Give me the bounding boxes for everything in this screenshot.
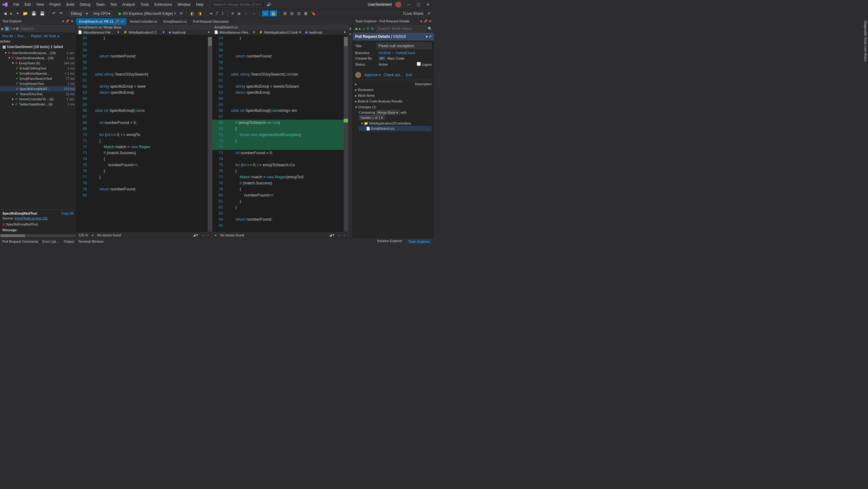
- redo-icon[interactable]: ↷: [58, 10, 64, 16]
- plug-icon[interactable]: ⚲: [367, 27, 369, 31]
- settings-icon[interactable]: ⚙: [16, 27, 19, 31]
- step-icon[interactable]: ⤵: [220, 10, 225, 16]
- test-row[interactable]: ▾⊗UserSentimentAnal... (18)1 sec: [0, 55, 76, 60]
- toolbar-icon[interactable]: ⊞: [282, 10, 288, 16]
- feedback-icon[interactable]: ↗: [426, 10, 432, 16]
- document-tab[interactable]: EmojiSearch.cs: [161, 18, 190, 25]
- close-icon[interactable]: ✕: [429, 19, 432, 23]
- bottom-tab-active[interactable]: Team Explorer: [406, 239, 432, 244]
- right-code-editor[interactable]: 54 }555657 return numberFound;585960 ubl…: [212, 35, 348, 232]
- bottom-tab[interactable]: Output: [64, 240, 74, 243]
- toolbar-icon[interactable]: →: [251, 10, 257, 16]
- step-icon[interactable]: ⇥: [208, 10, 214, 16]
- menu-edit[interactable]: Edit: [22, 1, 33, 8]
- target-branch[interactable]: VS2019: [379, 51, 391, 55]
- checkout-button[interactable]: Check out...: [383, 73, 403, 77]
- config-dropdown[interactable]: Debug▾: [69, 10, 90, 17]
- test-row[interactable]: ✔EmojiExtraSpecial...< 1 ms: [0, 71, 76, 76]
- test-row[interactable]: ✔TearsOfJoyTest10 ms: [0, 91, 76, 96]
- scrollbar[interactable]: [344, 37, 348, 232]
- test-row[interactable]: ✔EmojiFaceSearchTest77 ms: [0, 76, 76, 81]
- toolbar-icon[interactable]: ←: [243, 10, 249, 16]
- undo-icon[interactable]: ↶: [51, 10, 57, 16]
- bottom-tab[interactable]: Pull Request Comments: [2, 240, 38, 243]
- nav-dropdown[interactable]: ◆hasEmoji▾: [167, 30, 212, 35]
- open-icon[interactable]: 📂: [22, 10, 29, 16]
- nav-dropdown[interactable]: 📄Miscellaneous File▾: [76, 30, 121, 35]
- source-link[interactable]: EmojiTests.cs line 101: [15, 217, 48, 220]
- menu-analyze[interactable]: Analyze: [120, 1, 138, 8]
- popout-icon[interactable]: ↗: [429, 34, 432, 39]
- feedback-icon[interactable]: 🔊: [267, 2, 271, 7]
- search-icon[interactable]: 🔍: [428, 27, 432, 31]
- changed-file[interactable]: 📄 EmojiSearch.cs: [359, 126, 432, 131]
- group-icon[interactable]: ⊞: [4, 26, 9, 31]
- run-link[interactable]: Run...: [18, 34, 26, 38]
- test-row[interactable]: ▾⊗UserSentimentAnalysis... (18)1 sec: [0, 50, 76, 55]
- close-button[interactable]: ✕: [424, 2, 432, 7]
- menu-extensions[interactable]: Extensions: [152, 1, 175, 8]
- test-row[interactable]: ✔EmojiHeartsTest1 ms: [0, 81, 76, 86]
- section-workitems[interactable]: Work Items: [355, 93, 432, 98]
- menu-view[interactable]: View: [34, 1, 46, 8]
- save-icon[interactable]: 💾: [30, 10, 37, 16]
- section-changes[interactable]: Changes (1): [355, 104, 432, 110]
- menu-help[interactable]: Help: [194, 1, 206, 8]
- bottom-tab[interactable]: Solution Explorer: [377, 239, 402, 244]
- nav-dropdown[interactable]: ⚡WebApplication2.Contr▾: [257, 30, 303, 35]
- toolbar-icon[interactable]: 🔖: [310, 10, 317, 16]
- collapse-icon[interactable]: ▴: [349, 26, 351, 30]
- menu-team[interactable]: Team: [93, 1, 107, 8]
- vs-search-input[interactable]: [211, 1, 265, 7]
- menu-test[interactable]: Test: [108, 1, 119, 8]
- bottom-tab[interactable]: Terminal Window: [78, 240, 103, 243]
- menu-project[interactable]: Project: [47, 1, 63, 8]
- live-share-button[interactable]: ⤴ Live Share: [401, 10, 425, 16]
- test-row[interactable]: ▾⊗EmojiTests (6)244 ms: [0, 60, 76, 65]
- toolbar-icon[interactable]: ≡: [13, 27, 15, 31]
- document-tab[interactable]: Pull Request Discussion: [190, 18, 232, 25]
- document-tab[interactable]: EmojiSearch.cs: PR 11📌✕: [76, 18, 127, 25]
- maximize-button[interactable]: ▢: [415, 2, 422, 7]
- dropdown-icon[interactable]: ▾: [62, 19, 64, 23]
- toolbar-icon[interactable]: ⁝⁝: [10, 27, 12, 31]
- new-project-icon[interactable]: ✦: [15, 10, 21, 16]
- test-row[interactable]: ✔EmojiClothingTest1 ms: [0, 65, 76, 71]
- nav-fwd-icon[interactable]: ▸: [9, 10, 13, 16]
- test-row[interactable]: ⊗SpecificEmojiNullT...153 ms: [0, 86, 76, 91]
- run-button[interactable]: ▶ IIS Express (Microsoft Edge) ▾: [118, 10, 177, 16]
- platform-dropdown[interactable]: Any CPU▾: [91, 10, 112, 17]
- work-items-search[interactable]: [376, 25, 426, 32]
- toolbar-icon[interactable]: ↔: [262, 10, 269, 16]
- save-all-icon[interactable]: 💾: [39, 10, 46, 16]
- run-all-link[interactable]: Run All: [2, 34, 13, 38]
- toolbar-icon[interactable]: ⊠: [303, 10, 309, 16]
- home-icon[interactable]: ⌂: [363, 27, 365, 31]
- source-branch[interactable]: FixNullCheck: [396, 51, 415, 55]
- pr-title-input[interactable]: [376, 42, 432, 49]
- test-row[interactable]: ▸✔HomeControllerTe... (6)1 sec: [0, 96, 76, 102]
- pin-icon[interactable]: 📌: [424, 19, 428, 23]
- update-dropdown[interactable]: Update 1 of 1 ▾: [359, 115, 384, 120]
- nav-dropdown[interactable]: ⚡WebApplication2.C▾: [121, 30, 167, 35]
- step-icon[interactable]: ⤴: [215, 10, 219, 16]
- run-icon[interactable]: ▶: [1, 27, 4, 31]
- bottom-tab[interactable]: Error List ...: [42, 240, 60, 243]
- menu-debug[interactable]: Debug: [77, 1, 93, 8]
- user-avatar[interactable]: [395, 1, 401, 7]
- menu-window[interactable]: Window: [175, 1, 193, 8]
- section-reviewers[interactable]: Reviewers: [355, 87, 432, 93]
- test-search-input[interactable]: [20, 25, 74, 32]
- nav-dropdown[interactable]: 📄Miscellaneous Files▾: [212, 30, 257, 35]
- left-code-editor[interactable]: 54 }555657 return numberFound;585960 ubl…: [76, 35, 212, 232]
- toolbar-icon[interactable]: ≡: [230, 10, 235, 16]
- copy-all-link[interactable]: Copy All: [61, 211, 73, 215]
- fwd-icon[interactable]: ▸: [359, 27, 361, 31]
- toolbar-icon[interactable]: ◧: [189, 10, 195, 16]
- exit-button[interactable]: Exit: [406, 73, 412, 77]
- urgent-checkbox[interactable]: [417, 62, 421, 66]
- dropdown-icon[interactable]: ▾: [421, 19, 422, 23]
- toolbar-icon[interactable]: ◨: [196, 10, 203, 16]
- section-build[interactable]: Build & Code Analysis Results: [355, 98, 432, 104]
- refresh-icon[interactable]: ⟳: [179, 10, 184, 16]
